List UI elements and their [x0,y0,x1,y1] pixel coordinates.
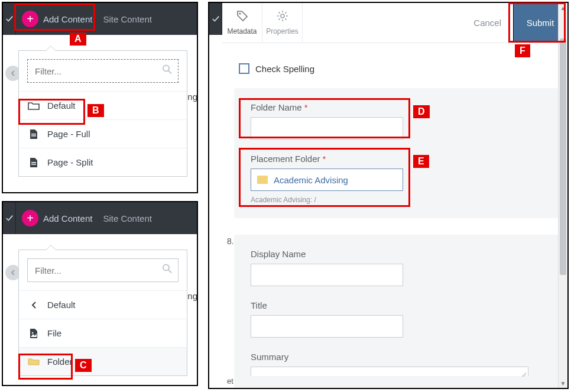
checkmark-icon [5,214,14,222]
placement-folder-path: Academic Advising: / [251,196,543,204]
form-card-placement: Folder Name* Placement Folder* Academic … [234,88,559,218]
svg-line-15 [278,12,280,14]
panel-add-content-2: + Add Content Site Content ng Default [2,201,198,386]
add-content-plus-button[interactable]: + [22,210,38,226]
menu-item-page-split[interactable]: Page - Split [19,148,187,176]
select-all-toggle[interactable] [3,3,16,35]
placement-folder-value: Academic Advising [274,175,348,185]
field-folder-name: Folder Name* [251,102,543,140]
form-card-metadata: Display Name Title Summary [234,235,559,388]
required-star-icon: * [323,154,326,164]
folder-name-label: Folder Name* [251,102,543,112]
menu-item-file[interactable]: File [19,319,187,347]
check-spelling-row[interactable]: Check Spelling [239,63,559,74]
svg-line-18 [285,12,286,14]
menu-item-label: Default [47,101,76,111]
tag-icon [236,10,248,25]
select-all-toggle[interactable] [3,202,16,234]
file-image-icon [27,327,40,340]
title-label: Title [251,300,543,310]
topbar: + Add Content Site Content [3,202,197,234]
filter-input[interactable] [27,258,179,282]
select-all-toggle[interactable] [209,3,222,35]
svg-point-8 [32,332,34,333]
menu-item-page-full[interactable]: Page - Full [19,119,187,148]
check-spelling-label: Check Spelling [255,64,314,74]
add-content-link[interactable]: Add Content [43,14,92,24]
add-content-dropdown: Default Page - Full Page - Split [18,50,187,177]
gear-icon [277,10,288,25]
menu-item-label: Default [47,300,76,310]
resize-handle-icon [521,371,527,377]
vertical-scrollbar[interactable]: ▲ ▼ [558,3,567,388]
scroll-down-icon[interactable]: ▼ [559,378,567,388]
add-content-dropdown: Default File Folder [18,250,187,376]
menu-item-label: Page - Full [47,129,90,139]
tab-properties[interactable]: Properties [262,3,303,43]
menu-item-label: Folder [47,357,73,367]
checkbox-icon[interactable] [239,63,249,74]
svg-rect-2 [31,134,36,135]
folder-icon [257,176,268,184]
form-scroll-area: Check Spelling Folder Name* Placement Fo… [227,55,559,388]
summary-label: Summary [251,352,543,362]
topbar: + Add Content Site Content [3,3,197,35]
cancel-button[interactable]: Cancel [462,3,513,43]
field-summary: Summary [251,352,543,376]
field-placement-folder: Placement Folder* Academic Advising Acad… [251,154,543,204]
field-display-name: Display Name [251,249,543,286]
content-type-list: Default File Folder [19,290,187,375]
svg-rect-3 [31,135,36,137]
add-content-plus-button[interactable]: + [22,11,38,27]
clipped-text: et [227,377,233,385]
required-star-icon: * [304,102,308,112]
svg-rect-4 [31,162,36,163]
checkmark-icon [5,15,14,23]
placement-folder-picker[interactable]: Academic Advising [251,169,403,191]
svg-line-16 [285,18,286,20]
folder-icon [27,355,40,368]
content-type-list: Default Page - Full Page - Split [19,91,187,176]
dropdown-caret-icon [46,245,56,250]
menu-item-label: Page - Split [47,157,93,167]
page-icon [27,128,40,141]
display-name-input[interactable] [251,264,403,286]
svg-point-9 [239,13,241,15]
folder-outline-icon [27,99,40,112]
checkmark-icon [212,15,220,23]
site-content-link[interactable]: Site Content [103,14,152,24]
svg-line-17 [278,18,280,20]
scroll-thumb[interactable] [560,38,566,275]
scroll-up-icon[interactable]: ▲ [559,3,567,12]
title-input[interactable] [251,315,403,338]
clipped-text: ng [187,92,197,102]
menu-item-default[interactable]: Default [19,91,187,119]
add-content-link[interactable]: Add Content [43,213,92,223]
placement-folder-label: Placement Folder* [251,154,543,164]
menu-item-label: File [47,328,61,338]
site-content-link[interactable]: Site Content [103,213,152,223]
dropdown-caret-icon [46,46,56,51]
menu-item-back-default[interactable]: Default [19,290,187,319]
clipped-text: ng [187,291,197,301]
folder-name-input[interactable] [251,117,403,140]
svg-rect-5 [31,164,36,165]
display-name-label: Display Name [251,249,543,259]
tab-label: Properties [266,27,299,35]
svg-point-10 [281,14,284,18]
plus-icon: + [27,12,34,26]
chevron-left-icon [27,299,40,312]
panel-add-content-1: + Add Content Site Content ng Default [2,2,198,193]
form-toolbar: Metadata Properties Cancel Submit [222,3,567,43]
plus-icon: + [27,212,34,225]
tab-metadata[interactable]: Metadata [222,3,262,43]
menu-item-folder[interactable]: Folder [19,347,187,375]
page-icon [27,156,40,169]
field-title: Title [251,300,543,338]
filter-input[interactable] [27,59,179,83]
tab-label: Metadata [227,27,257,35]
summary-textarea[interactable] [251,367,528,376]
panel-new-folder-form: Metadata Properties Cancel Submit 8. Che… [208,2,569,389]
